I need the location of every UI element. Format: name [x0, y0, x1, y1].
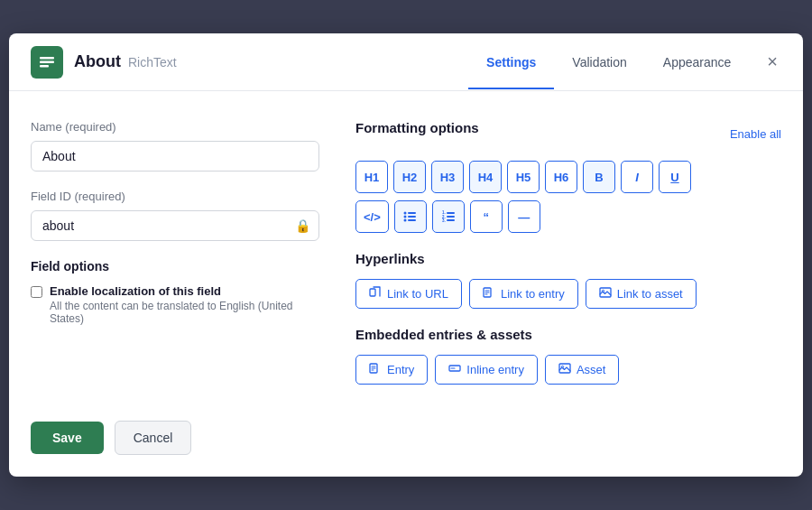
lock-icon: 🔒: [295, 218, 310, 233]
hyperlinks-row: Link to URL Link to entry Link to asset: [355, 279, 781, 309]
embed-entry-label: Entry: [387, 363, 414, 376]
svg-rect-1: [40, 60, 54, 63]
format-ol[interactable]: 1.2.3.: [432, 200, 465, 233]
embed-asset-button[interactable]: Asset: [545, 355, 620, 385]
formatting-row-2: </> 1.2.3. “ —: [355, 200, 781, 233]
format-h1[interactable]: H1: [355, 161, 388, 193]
link-asset-icon: [599, 286, 612, 301]
checkbox-label: Enable localization of this field: [50, 284, 319, 298]
svg-point-3: [403, 212, 406, 215]
embed-inline-entry-label: Inline entry: [466, 363, 524, 376]
link-to-asset-label: Link to asset: [617, 287, 683, 301]
formatting-row-1: H1 H2 H3 H4 H5 H6 B I U: [355, 161, 781, 193]
close-button[interactable]: ×: [763, 48, 781, 76]
field-id-group: Field ID (required) 🔒: [31, 190, 319, 241]
link-to-entry-label: Link to entry: [501, 287, 565, 301]
svg-rect-2: [40, 65, 49, 68]
format-h4[interactable]: H4: [469, 161, 502, 193]
modal: About RichText Settings Validation Appea…: [9, 33, 803, 477]
format-h5[interactable]: H5: [507, 161, 540, 193]
checkbox-sub-text: All the content can be translated to Eng…: [50, 300, 319, 325]
modal-footer: Save Cancel: [9, 406, 803, 477]
modal-body: Name (required) Field ID (required) 🔒: [9, 91, 803, 406]
format-h2[interactable]: H2: [393, 161, 426, 193]
field-options-group: Field options Enable localization of thi…: [31, 259, 319, 325]
formatting-header: Formatting options Enable all: [355, 120, 781, 148]
format-code[interactable]: </>: [355, 200, 389, 233]
svg-point-7: [403, 219, 406, 222]
formatting-title: Formatting options: [355, 120, 479, 135]
cancel-button[interactable]: Cancel: [115, 421, 192, 455]
tab-appearance[interactable]: Appearance: [645, 37, 750, 89]
link-to-url-label: Link to URL: [387, 287, 448, 301]
name-input[interactable]: [31, 141, 319, 172]
link-to-entry-button[interactable]: Link to entry: [469, 279, 578, 309]
inline-entry-icon: [448, 362, 461, 377]
embed-entry-button[interactable]: Entry: [355, 355, 428, 385]
embed-asset-label: Asset: [577, 363, 606, 376]
embedded-row: Entry Inline entry Asset: [355, 355, 781, 385]
enable-all-link[interactable]: Enable all: [730, 127, 781, 141]
format-h6[interactable]: H6: [545, 161, 577, 193]
svg-rect-4: [408, 212, 416, 214]
modal-tabs: Settings Validation Appearance: [468, 36, 749, 88]
field-type-icon: [31, 46, 63, 79]
left-panel: Name (required) Field ID (required) 🔒: [31, 120, 319, 385]
format-h3[interactable]: H3: [431, 161, 464, 193]
link-entry-icon: [483, 286, 495, 301]
field-id-input-wrapper: 🔒: [31, 210, 319, 241]
tab-validation[interactable]: Validation: [554, 37, 644, 89]
embedded-title: Embedded entries & assets: [355, 327, 781, 342]
field-id-label: Field ID (required): [31, 190, 319, 203]
format-bold[interactable]: B: [583, 161, 615, 193]
format-underline[interactable]: U: [659, 161, 691, 193]
hyperlinks-title: Hyperlinks: [355, 251, 781, 266]
save-button[interactable]: Save: [31, 422, 104, 454]
modal-field-type: RichText: [128, 55, 177, 70]
svg-point-5: [403, 216, 406, 218]
svg-text:3.: 3.: [442, 218, 446, 223]
field-id-input[interactable]: [31, 210, 319, 241]
embed-inline-entry-button[interactable]: Inline entry: [435, 355, 538, 385]
format-hr[interactable]: —: [508, 200, 540, 233]
modal-header: About RichText Settings Validation Appea…: [9, 33, 803, 91]
svg-rect-8: [408, 219, 416, 221]
svg-rect-14: [447, 219, 455, 221]
svg-rect-6: [408, 216, 416, 218]
format-ul[interactable]: [394, 200, 427, 233]
name-label: Name (required): [31, 120, 319, 134]
link-to-url-button[interactable]: Link to URL: [355, 279, 462, 309]
localization-checkbox[interactable]: [31, 286, 42, 298]
modal-title: About: [74, 52, 121, 71]
svg-rect-12: [447, 216, 455, 218]
svg-rect-0: [40, 57, 54, 60]
format-quote[interactable]: “: [470, 200, 503, 233]
entry-icon: [369, 362, 382, 377]
svg-rect-10: [447, 212, 455, 214]
right-panel: Formatting options Enable all H1 H2 H3 H…: [355, 120, 781, 385]
link-url-icon: [369, 286, 382, 301]
link-to-asset-button[interactable]: Link to asset: [586, 279, 697, 309]
localization-checkbox-row: Enable localization of this field All th…: [31, 284, 319, 325]
svg-rect-15: [370, 289, 375, 296]
format-italic[interactable]: I: [621, 161, 653, 193]
asset-icon: [558, 362, 571, 377]
field-options-label: Field options: [31, 259, 319, 274]
tab-settings[interactable]: Settings: [468, 37, 554, 89]
name-field-group: Name (required): [31, 120, 319, 172]
